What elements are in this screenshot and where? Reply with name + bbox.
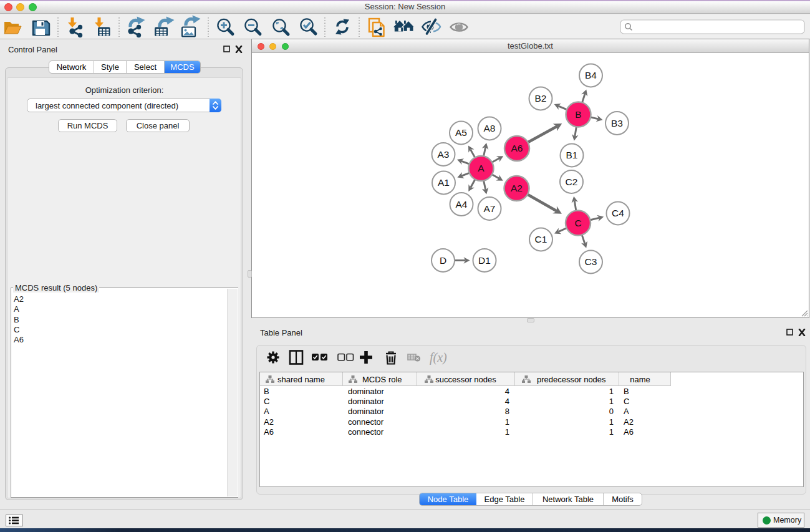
svg-text:f(x): f(x) bbox=[430, 351, 447, 365]
svg-text:A: A bbox=[478, 163, 485, 173]
svg-text:B: B bbox=[575, 109, 581, 120]
svg-text:A2: A2 bbox=[511, 183, 523, 193]
svg-text:D1: D1 bbox=[478, 255, 491, 266]
svg-text:C3: C3 bbox=[585, 256, 597, 267]
svg-text:A4: A4 bbox=[456, 199, 468, 210]
svg-text:A3: A3 bbox=[438, 149, 450, 160]
svg-text:B3: B3 bbox=[611, 118, 623, 128]
svg-text:D: D bbox=[440, 255, 446, 266]
svg-text:A8: A8 bbox=[484, 123, 496, 133]
svg-text:C2: C2 bbox=[566, 177, 578, 187]
svg-text:B1: B1 bbox=[566, 150, 578, 160]
svg-text:A6: A6 bbox=[511, 143, 523, 153]
svg-text:C1: C1 bbox=[535, 234, 547, 244]
svg-text:A7: A7 bbox=[484, 203, 496, 214]
svg-text:A1: A1 bbox=[438, 177, 450, 188]
svg-text:B4: B4 bbox=[585, 70, 597, 80]
svg-text:B2: B2 bbox=[535, 93, 547, 104]
svg-text:C4: C4 bbox=[612, 208, 624, 218]
svg-text:A5: A5 bbox=[455, 127, 467, 138]
svg-text:C: C bbox=[574, 218, 581, 228]
